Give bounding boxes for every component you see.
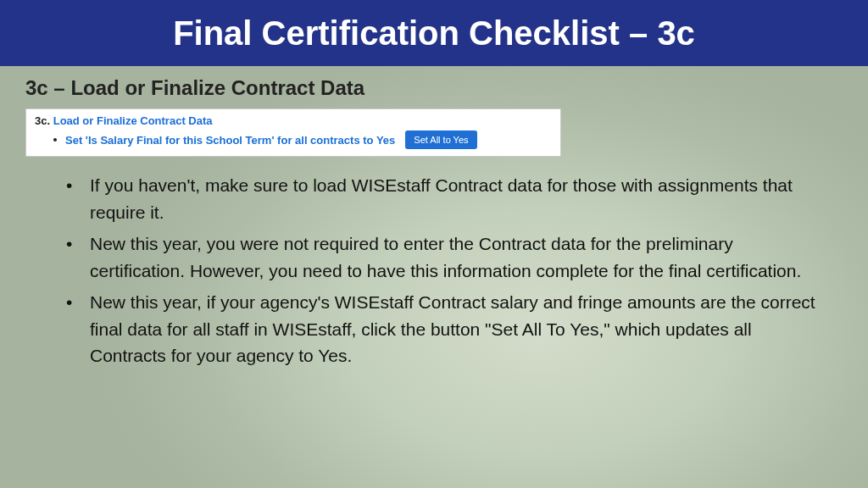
list-item: New this year, you were not required to … <box>66 230 826 284</box>
slide: Final Certification Checklist – 3c 3c – … <box>0 0 868 488</box>
list-item: New this year, if your agency's WISEstaf… <box>66 289 826 369</box>
title-bar: Final Certification Checklist – 3c <box>0 0 868 66</box>
slide-title: Final Certification Checklist – 3c <box>173 14 695 53</box>
list-item: If you haven't, make sure to load WISEst… <box>66 172 826 225</box>
section-subtitle: 3c – Load or Finalize Contract Data <box>25 76 843 100</box>
bullet-icon <box>53 138 57 141</box>
snippet-link[interactable]: Load or Finalize Contract Data <box>53 114 213 127</box>
snippet-action-row: Set 'Is Salary Final for this School Ter… <box>35 130 552 149</box>
set-all-to-yes-button[interactable]: Set All to Yes <box>405 130 476 149</box>
snippet-action-text[interactable]: Set 'Is Salary Final for this School Ter… <box>65 134 395 147</box>
snippet-step-number: 3c. <box>35 114 50 127</box>
bullet-list: If you haven't, make sure to load WISEst… <box>25 172 843 369</box>
snippet-header: 3c. Load or Finalize Contract Data <box>35 114 552 127</box>
content-area: 3c – Load or Finalize Contract Data 3c. … <box>0 66 868 369</box>
ui-snippet: 3c. Load or Finalize Contract Data Set '… <box>25 108 561 157</box>
